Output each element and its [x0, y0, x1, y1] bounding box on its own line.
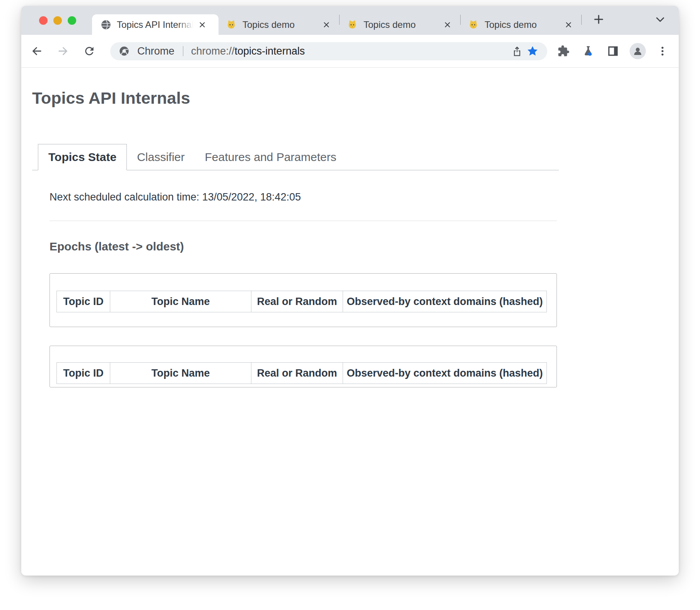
url-host: topics-internals — [235, 45, 305, 57]
url-text[interactable]: chrome://topics-internals — [191, 45, 305, 57]
browser-window: Topics API Internals Topics demo — [21, 6, 679, 576]
browser-tab-topics-demo-1[interactable]: Topics demo — [219, 14, 339, 35]
browser-toolbar: Chrome chrome://topics-internals — [21, 35, 679, 68]
new-tab-button[interactable] — [589, 10, 608, 29]
epoch-container-older: Topic ID Topic Name Real or Random Obser… — [50, 346, 557, 387]
url-scheme: chrome:// — [191, 45, 235, 57]
close-icon[interactable] — [320, 18, 333, 31]
epochs-heading: Epochs (latest -> oldest) — [50, 240, 557, 253]
site-engagement-label: Chrome — [137, 45, 174, 57]
col-observed-domains: Observed-by context domains (hashed) — [343, 363, 547, 384]
tab-title: Topics demo — [485, 19, 560, 30]
share-icon[interactable] — [509, 43, 525, 59]
col-real-or-random: Real or Random — [251, 363, 343, 384]
back-button[interactable] — [28, 43, 45, 60]
tab-title: Topics API Internals — [117, 19, 193, 30]
browser-tab-topics-demo-2[interactable]: Topics demo — [340, 14, 460, 35]
close-icon[interactable] — [441, 18, 454, 31]
col-topic-id: Topic ID — [57, 291, 110, 312]
bookmark-star-icon[interactable] — [525, 43, 540, 59]
forward-button[interactable] — [55, 43, 72, 60]
col-topic-name: Topic Name — [110, 363, 251, 384]
reload-button[interactable] — [81, 43, 98, 60]
minimize-window-button[interactable] — [53, 16, 62, 25]
side-panel-icon[interactable] — [604, 43, 621, 60]
profile-avatar[interactable] — [629, 43, 646, 60]
divider — [50, 221, 557, 221]
col-topic-name: Topic Name — [110, 291, 251, 312]
cat-icon — [468, 19, 479, 30]
globe-icon — [101, 19, 111, 30]
col-real-or-random: Real or Random — [251, 291, 343, 312]
browser-tab-topics-demo-3[interactable]: Topics demo — [461, 14, 581, 35]
tab-topics-state[interactable]: Topics State — [38, 144, 127, 170]
browser-tab-topics-api-internals[interactable]: Topics API Internals — [92, 14, 219, 35]
tab-search-chevron-icon[interactable] — [652, 12, 668, 27]
cat-icon — [226, 19, 237, 30]
chrome-logo-icon — [116, 43, 132, 59]
epoch-table: Topic ID Topic Name Real or Random Obser… — [56, 362, 547, 384]
browser-tab-strip: Topics API Internals Topics demo — [21, 6, 679, 35]
tab-classifier[interactable]: Classifier — [127, 144, 195, 170]
cat-icon — [347, 19, 358, 30]
epoch-container-latest: Topic ID Topic Name Real or Random Obser… — [50, 273, 557, 327]
address-bar[interactable]: Chrome chrome://topics-internals — [110, 42, 547, 60]
avatar — [630, 43, 646, 59]
tab-title: Topics demo — [364, 19, 439, 30]
table-header-row: Topic ID Topic Name Real or Random Obser… — [57, 363, 547, 384]
chrome-labs-flask-icon[interactable] — [580, 43, 597, 60]
window-controls — [21, 16, 92, 25]
topics-state-panel: Next scheduled calculation time: 13/05/2… — [32, 191, 557, 387]
tab-divider — [581, 15, 582, 25]
close-icon[interactable] — [562, 18, 575, 31]
close-icon[interactable] — [196, 18, 209, 31]
extensions-puzzle-icon[interactable] — [555, 43, 572, 60]
tab-features-and-parameters[interactable]: Features and Parameters — [195, 144, 347, 170]
epoch-table: Topic ID Topic Name Real or Random Obser… — [56, 291, 547, 312]
next-calculation-time: Next scheduled calculation time: 13/05/2… — [50, 191, 557, 203]
page-tab-bar: Topics State Classifier Features and Par… — [32, 144, 559, 170]
col-topic-id: Topic ID — [57, 363, 110, 384]
close-window-button[interactable] — [39, 16, 48, 25]
omnibox-divider — [183, 46, 183, 56]
page-content: Topics API Internals Topics State Classi… — [21, 68, 679, 575]
zoom-window-button[interactable] — [68, 16, 76, 25]
col-observed-domains: Observed-by context domains (hashed) — [343, 291, 547, 312]
page-title: Topics API Internals — [32, 68, 679, 108]
table-header-row: Topic ID Topic Name Real or Random Obser… — [57, 291, 547, 312]
tab-title: Topics demo — [242, 19, 318, 30]
browser-menu-icon[interactable] — [654, 43, 671, 60]
